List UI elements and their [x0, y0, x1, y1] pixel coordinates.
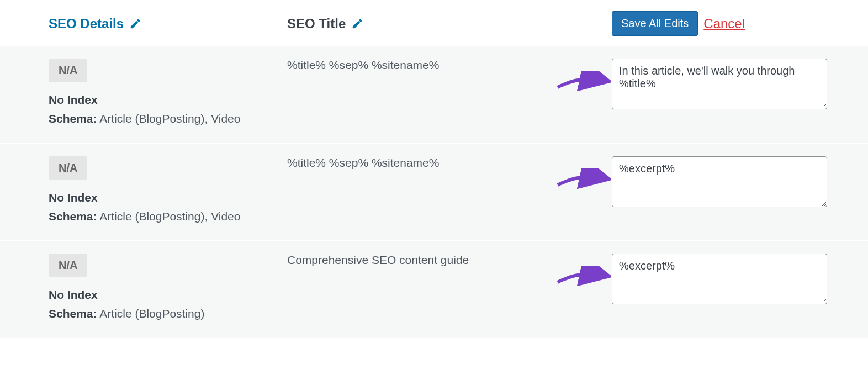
seo-title-header-label: SEO Title — [287, 16, 346, 31]
schema-value: Article (BlogPosting), Video — [99, 210, 240, 223]
schema-label: Schema: — [49, 210, 97, 223]
schema-line: Schema: Article (BlogPosting), Video — [49, 110, 287, 128]
seo-title-value: Comprehensive SEO content guide — [287, 254, 469, 266]
save-all-edits-button[interactable]: Save All Edits — [612, 11, 698, 36]
arrow-annotation-icon — [555, 168, 611, 191]
noindex-label: No Index — [49, 288, 287, 302]
table-row: N/A No Index Schema: Article (BlogPostin… — [0, 241, 868, 339]
header-row: SEO Details SEO Title Save All Edits Can… — [0, 0, 868, 46]
seo-title-value: %title% %sep% %sitename% — [287, 156, 439, 169]
schema-label: Schema: — [49, 112, 97, 125]
table-row: N/A No Index Schema: Article (BlogPostin… — [0, 46, 868, 144]
seo-details-label: SEO Details — [49, 16, 124, 31]
schema-value: Article (BlogPosting), Video — [99, 112, 240, 125]
edit-icon — [351, 18, 363, 30]
description-input[interactable] — [612, 254, 827, 304]
arrow-annotation-icon — [555, 71, 611, 93]
seo-details-link[interactable]: SEO Details — [49, 16, 141, 31]
schema-label: Schema: — [49, 307, 97, 320]
status-badge: N/A — [49, 156, 87, 180]
seo-title-header[interactable]: SEO Title — [287, 16, 363, 31]
schema-line: Schema: Article (BlogPosting), Video — [49, 208, 287, 225]
cancel-link[interactable]: Cancel — [703, 16, 745, 31]
noindex-label: No Index — [49, 191, 287, 204]
schema-line: Schema: Article (BlogPosting) — [49, 305, 287, 323]
seo-title-value: %title% %sep% %sitename% — [287, 59, 439, 71]
description-input[interactable] — [612, 59, 827, 109]
schema-value: Article (BlogPosting) — [99, 307, 204, 320]
table-row: N/A No Index Schema: Article (BlogPostin… — [0, 144, 868, 242]
edit-icon — [129, 18, 141, 30]
description-input[interactable] — [612, 156, 827, 207]
arrow-annotation-icon — [555, 266, 611, 288]
status-badge: N/A — [49, 254, 87, 277]
status-badge: N/A — [49, 59, 87, 82]
noindex-label: No Index — [49, 93, 287, 107]
